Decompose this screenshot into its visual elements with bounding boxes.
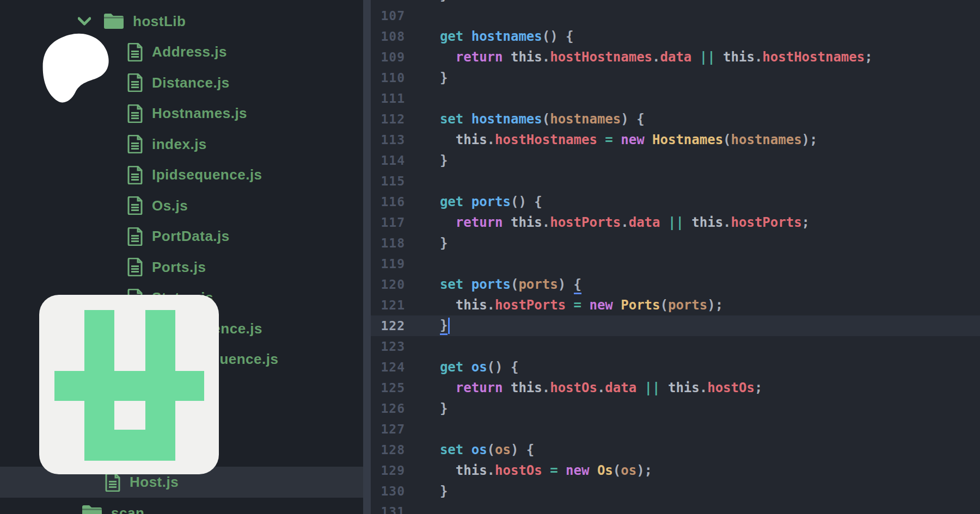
code-line-130[interactable]: 130 }	[371, 481, 980, 501]
code-line-121[interactable]: 121 this.hostPorts = new Ports(ports);	[371, 295, 980, 315]
code-token: );	[636, 463, 652, 478]
code-token: );	[707, 298, 723, 313]
tree-item-label: TcpTsSequence.js	[152, 351, 278, 368]
code-line-123[interactable]: 123	[371, 336, 980, 357]
code-line-content: get os() {	[405, 360, 518, 375]
code-line-129[interactable]: 129 this.hostOs = new Os(os);	[371, 460, 980, 481]
code-token: data	[605, 380, 636, 395]
tree-item-label: Hostnames.js	[152, 105, 247, 122]
code-line-115[interactable]: 115	[371, 171, 980, 191]
code-token	[715, 49, 723, 65]
code-token: .	[542, 215, 550, 230]
folder-icon	[103, 13, 124, 29]
code-line-107[interactable]: 107	[371, 5, 980, 26]
code-line-content: this.hostPorts = new Ports(ports);	[405, 298, 723, 313]
tree-item-label: hostLib	[133, 13, 186, 30]
code-token: Hostnames	[652, 132, 723, 147]
code-token: this	[511, 215, 542, 230]
code-token: .	[652, 49, 660, 65]
code-line-131[interactable]: 131	[371, 501, 980, 514]
expand-chevron[interactable]	[78, 17, 103, 26]
code-token: get	[440, 360, 471, 375]
code-line-113[interactable]: 113 this.hostHostnames = new Hostnames(h…	[371, 129, 980, 150]
code-token: hostPorts	[550, 215, 621, 230]
code-token: this	[723, 49, 755, 65]
folder-icon	[82, 505, 102, 514]
code-token: hostnames	[471, 112, 542, 127]
chevron-down-icon	[78, 17, 91, 26]
line-number: 120	[371, 277, 405, 292]
tree-item-label: Address.js	[152, 44, 227, 60]
file-icon	[127, 73, 143, 92]
code-token: ports	[471, 277, 511, 292]
tree-item-label: Os.js	[152, 197, 188, 214]
code-token: ) {	[511, 442, 534, 457]
code-token: return	[456, 380, 511, 395]
code-token	[424, 277, 440, 292]
code-line-114[interactable]: 114 }	[371, 150, 980, 171]
code-line-content: set os(os) {	[405, 442, 534, 457]
line-number: 124	[371, 360, 405, 374]
line-number: 128	[371, 443, 405, 457]
code-token: .	[487, 132, 495, 147]
code-token	[566, 298, 573, 313]
code-line-108[interactable]: 108 get hostnames() {	[371, 26, 980, 47]
code-line-124[interactable]: 124 get os() {	[371, 357, 980, 377]
file-icon	[127, 166, 143, 184]
code-token: (	[660, 298, 668, 313]
code-line-111[interactable]: 111	[371, 88, 980, 109]
code-token: set	[440, 442, 471, 457]
code-token: os	[471, 442, 487, 457]
code-line-112[interactable]: 112 set hostnames(hostnames) {	[371, 109, 980, 129]
code-token: () {	[542, 29, 574, 44]
code-line-content: set ports(ports) {	[405, 277, 581, 292]
code-line-110[interactable]: 110 }	[371, 67, 980, 88]
code-line-106[interactable]: 106 }	[371, 0, 980, 5]
file-icon	[127, 43, 143, 61]
code-token: os	[621, 463, 636, 478]
code-token: () {	[487, 360, 519, 375]
code-line-118[interactable]: 118 }	[371, 233, 980, 253]
code-token	[581, 298, 589, 313]
code-line-126[interactable]: 126 }	[371, 398, 980, 419]
code-token: hostHostnames	[495, 132, 597, 147]
code-line-116[interactable]: 116 get ports() {	[371, 191, 980, 212]
code-token: .	[621, 215, 628, 230]
code-token: }	[424, 153, 448, 168]
code-token: this	[456, 132, 487, 147]
pane-resize-handle[interactable]	[363, 0, 371, 514]
file-icon	[127, 166, 143, 184]
code-token: new	[589, 298, 621, 313]
file-icon	[127, 73, 143, 92]
code-line-128[interactable]: 128 set os(os) {	[371, 439, 980, 460]
code-token: hostOs	[495, 463, 542, 478]
line-number: 129	[371, 463, 405, 478]
line-number: 125	[371, 381, 405, 395]
line-number: 116	[371, 195, 405, 209]
code-token: ||	[645, 380, 660, 395]
code-line-117[interactable]: 117 return this.hostPorts.data || this.h…	[371, 212, 980, 233]
code-editor[interactable]: 106 }107108 get hostnames() {109 return …	[371, 0, 980, 514]
code-line-127[interactable]: 127	[371, 419, 980, 439]
code-line-109[interactable]: 109 return this.hostHostnames.data || th…	[371, 47, 980, 67]
code-token: this	[511, 380, 542, 395]
line-number: 118	[371, 236, 405, 250]
code-token	[424, 29, 440, 44]
code-token: );	[802, 132, 818, 147]
code-token: hostPorts	[731, 215, 802, 230]
code-token: this	[691, 215, 723, 230]
line-number: 107	[371, 9, 405, 23]
code-token: .	[700, 380, 707, 395]
code-token	[660, 380, 668, 395]
code-token: data	[660, 49, 692, 65]
code-token	[684, 215, 691, 230]
code-line-120[interactable]: 120 set ports(ports) {	[371, 274, 980, 295]
code-token: this	[456, 463, 487, 478]
code-line-125[interactable]: 125 return this.hostOs.data || this.host…	[371, 377, 980, 398]
line-number: 119	[371, 257, 405, 271]
line-number: 111	[371, 91, 405, 106]
code-token: return	[456, 215, 511, 230]
code-line-119[interactable]: 119	[371, 253, 980, 274]
code-line-122[interactable]: 122 }	[371, 315, 980, 336]
code-line-content: return this.hostHostnames.data || this.h…	[405, 49, 873, 65]
